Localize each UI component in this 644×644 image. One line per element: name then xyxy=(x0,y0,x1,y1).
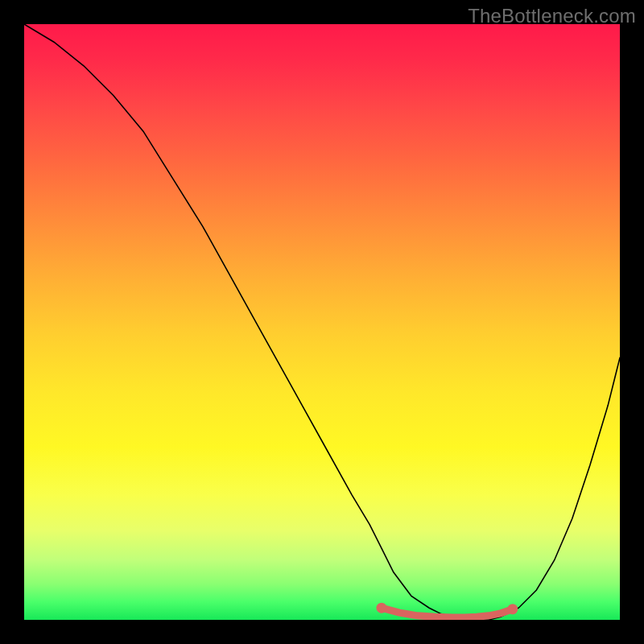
watermark-text: TheBottleneck.com xyxy=(468,5,636,27)
highlight-dot xyxy=(507,604,518,614)
chart-container: TheBottleneck.com xyxy=(0,0,644,644)
curve-svg xyxy=(24,24,620,620)
plot-area xyxy=(24,24,620,620)
highlight-dot xyxy=(377,603,387,613)
highlight-dots xyxy=(377,603,518,617)
highlight-stroke xyxy=(382,608,513,617)
bottleneck-curve xyxy=(24,24,620,620)
